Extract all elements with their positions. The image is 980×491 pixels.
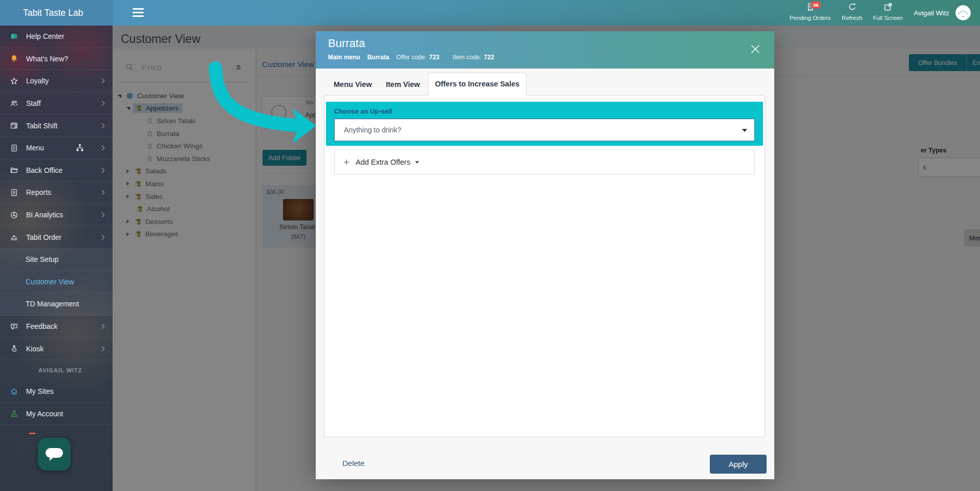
chevron-right-icon — [100, 123, 105, 128]
sidebar-item-loyalty[interactable]: Loyalty — [0, 70, 113, 93]
chevron-right-icon — [100, 212, 105, 217]
chevron-right-icon — [100, 190, 105, 195]
sidebar-item-kiosk[interactable]: Kiosk — [0, 338, 113, 360]
star-icon — [10, 77, 18, 85]
sidebar-item-tabit-order[interactable]: Tabit Order — [0, 226, 113, 249]
folder-icon — [10, 166, 18, 174]
sidebar-item-back-office[interactable]: Back Office — [0, 160, 113, 182]
sidebar-item-bi-analytics[interactable]: BI Analytics — [0, 204, 113, 227]
sidebar-item-menu[interactable]: Menu — [0, 137, 113, 160]
sidebar-item-td-management[interactable]: TD Management — [0, 293, 113, 316]
docicon-icon — [10, 188, 18, 197]
sidebar-item-feedback[interactable]: Feedback — [0, 316, 113, 338]
offer-code: Offer code:723 — [396, 54, 439, 61]
chevron-right-icon — [100, 324, 105, 329]
chevron-down-icon — [742, 129, 747, 132]
chevron-right-icon — [100, 145, 105, 150]
offers-tab-panel: Choose an Up-sell Anything to drink? Add… — [324, 95, 765, 437]
avatar-face-icon — [955, 5, 971, 20]
breadcrumb-root: Main menu — [328, 54, 360, 61]
sidebar-item-label: My Sites — [26, 387, 54, 395]
tab-offers-to-increase-sales[interactable]: Offers to Increase Sales — [428, 73, 527, 96]
sidebar-item-label: Help Center — [26, 32, 64, 40]
chat-launcher-button[interactable] — [38, 438, 71, 471]
calendar-icon — [10, 121, 18, 130]
bell-icon — [10, 54, 18, 63]
sidebar-item-label: BI Analytics — [26, 211, 63, 219]
item-code: Item code:722 — [453, 54, 494, 61]
cloche-icon — [10, 233, 18, 241]
person-icon — [10, 409, 18, 418]
item-dialog: Burrata Main menu Burrata Offer code:723… — [316, 31, 774, 479]
people-icon — [10, 99, 18, 108]
refresh-icon — [847, 2, 857, 12]
sidebar-item-label: Tabit Order — [26, 233, 61, 241]
full-screen-button[interactable]: Full Screen — [870, 2, 905, 21]
upsell-select[interactable]: Anything to drink? — [334, 119, 755, 141]
sitemap-icon — [75, 143, 84, 152]
book-icon — [10, 32, 18, 41]
fullscreen-icon — [883, 2, 893, 12]
sidebar-item-label: What's New? — [26, 55, 68, 63]
sidebar-item-what-s-new[interactable]: What's New? — [0, 48, 113, 71]
sidebar-item-site-setup[interactable]: Site Setup — [0, 249, 113, 271]
user-name: Avigail Witz — [913, 9, 949, 17]
sidebar-item-customer-view[interactable]: Customer View — [0, 271, 113, 294]
plus-icon — [342, 158, 351, 166]
sidebar-nav: Help CenterWhat's New?LoyaltyStaffTabit … — [0, 26, 113, 425]
sidebar-item-label: Menu — [26, 144, 44, 152]
avatar — [955, 5, 971, 20]
top-header: Tabit Taste Lab 36 Pending Orders Refres… — [0, 0, 980, 26]
user-menu[interactable]: Avigail Witz — [913, 5, 971, 20]
sidebar-item-label: Staff — [26, 99, 41, 107]
add-extra-offers-button[interactable]: Add Extra Offers — [334, 150, 755, 174]
sidebar-item-staff[interactable]: Staff — [0, 93, 113, 115]
sidebar-item-reports[interactable]: Reports — [0, 182, 113, 204]
tab-menu-view[interactable]: Menu View — [334, 80, 372, 88]
breadcrumb-item: Burrata — [367, 54, 389, 61]
sidebar-item-label: Site Setup — [26, 255, 59, 263]
chevron-right-icon — [100, 346, 105, 351]
sidebar-item-label: Tabit Shift — [26, 122, 57, 130]
sidebar-item-label: Customer View — [26, 278, 74, 286]
touch-icon — [10, 344, 18, 353]
apply-button[interactable]: Apply — [710, 455, 767, 474]
chevron-right-icon — [100, 168, 105, 173]
sidebar-item-label: My Account — [26, 410, 63, 418]
sidebar-item-label: TD Management — [26, 300, 79, 308]
hamburger-menu-icon[interactable] — [133, 8, 144, 17]
delete-button[interactable]: Delete — [342, 459, 364, 467]
upsell-label: Choose an Up-sell — [334, 107, 392, 115]
home-icon — [10, 387, 18, 396]
bubble-icon — [10, 322, 18, 331]
close-button[interactable] — [749, 42, 763, 57]
brand-title: Tabit Taste Lab — [0, 0, 113, 26]
pending-orders-button[interactable]: 36 Pending Orders — [789, 2, 832, 21]
sidebar-item-help-center[interactable]: Help Center — [0, 26, 113, 48]
breadcrumb: Main menu Burrata Offer code:723 Item co… — [328, 54, 508, 61]
pending-orders-badge: 36 — [811, 1, 821, 9]
close-icon — [749, 42, 762, 56]
sidebar-item-my-account[interactable]: My Account — [0, 403, 113, 426]
tab-item-view[interactable]: Item View — [386, 80, 420, 88]
caret-down-icon — [415, 161, 419, 164]
chevron-right-icon — [100, 235, 105, 240]
sidebar-item-label: Loyalty — [26, 77, 49, 85]
sidebar-item-label: Feedback — [26, 322, 57, 330]
sidebar: Help CenterWhat's New?LoyaltyStaffTabit … — [0, 26, 113, 491]
sidebar-item-tabit-shift[interactable]: Tabit Shift — [0, 115, 113, 137]
upsell-select-value: Anything to drink? — [344, 126, 401, 134]
sidebar-item-my-sites[interactable]: My Sites — [0, 381, 113, 403]
upsell-highlight-box: Choose an Up-sell Anything to drink? — [326, 102, 763, 146]
dialog-header: Burrata Main menu Burrata Offer code:723… — [316, 31, 774, 69]
sidebar-section-label: AVIGAIL WITZ — [0, 360, 113, 381]
menuboard-icon — [10, 144, 18, 152]
app-root: Tabit Taste Lab 36 Pending Orders Refres… — [0, 0, 980, 491]
sidebar-item-label: Kiosk — [26, 345, 43, 353]
chevron-right-icon — [100, 79, 105, 84]
sidebar-partial-item — [29, 433, 35, 434]
refresh-button[interactable]: Refresh — [839, 2, 865, 21]
sidebar-item-label: Back Office — [26, 166, 62, 174]
pie-icon — [10, 211, 18, 219]
chevron-right-icon — [100, 101, 105, 106]
